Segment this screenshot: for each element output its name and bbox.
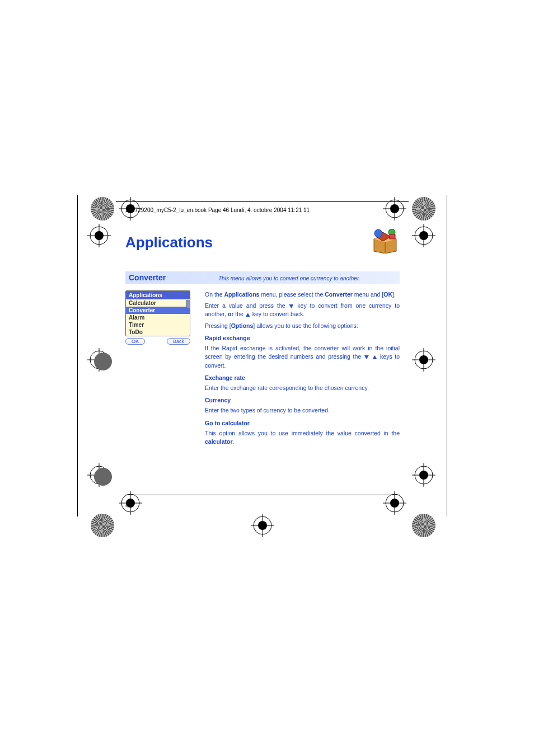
phone-back-softkey: Back bbox=[167, 338, 190, 345]
starburst-icon bbox=[412, 514, 435, 537]
registration-mark-icon bbox=[251, 514, 274, 537]
section-description: This menu allows you to convert one curr… bbox=[218, 275, 360, 281]
starburst-icon bbox=[91, 514, 114, 537]
subheading-go-to-calculator: Go to calculator bbox=[205, 419, 400, 428]
phone-menu-header: Applications bbox=[126, 291, 190, 299]
down-key-icon bbox=[364, 355, 369, 359]
section-title: Converter bbox=[129, 273, 208, 282]
phone-menu-item-selected: Converter bbox=[126, 307, 190, 314]
section-banner: Converter This menu allows you to conver… bbox=[125, 271, 400, 284]
page-title: Applications bbox=[125, 234, 213, 251]
body-text: On the Applications menu, please select … bbox=[205, 290, 400, 449]
registration-mark-icon bbox=[412, 224, 435, 247]
footer-rule bbox=[125, 495, 400, 495]
phone-menu-item: ToDo bbox=[126, 328, 190, 336]
subheading-currency: Currency bbox=[205, 396, 400, 405]
subheading-exchange-rate: Exchange rate bbox=[205, 374, 400, 382]
dot-icon bbox=[94, 353, 112, 370]
phone-screenshot: Applications Calculator Converter Alarm … bbox=[125, 290, 190, 336]
svg-rect-10 bbox=[390, 234, 395, 239]
phone-menu-item: Alarm bbox=[126, 314, 190, 321]
registration-mark-icon bbox=[87, 224, 111, 247]
phone-menu-item: Calculator bbox=[126, 299, 190, 307]
up-key-icon bbox=[372, 355, 377, 359]
subheading-rapid-exchange: Rapid exchange bbox=[205, 334, 400, 342]
starburst-icon bbox=[412, 197, 435, 220]
phone-menu-item: Timer bbox=[126, 321, 190, 328]
down-key-icon bbox=[289, 304, 293, 308]
phone-ok-softkey: OK bbox=[125, 338, 145, 345]
starburst-icon bbox=[91, 197, 114, 220]
page-number: 46 bbox=[125, 501, 133, 509]
registration-mark-icon bbox=[412, 348, 435, 372]
applications-package-icon bbox=[368, 229, 400, 256]
source-header: 251729200_myC5-2_lu_en.book Page 46 Lund… bbox=[125, 207, 400, 213]
registration-mark-icon bbox=[412, 463, 435, 487]
scrollbar-thumb bbox=[186, 300, 190, 308]
svg-point-8 bbox=[374, 229, 382, 237]
up-key-icon bbox=[246, 313, 250, 317]
dot-icon bbox=[94, 468, 112, 486]
